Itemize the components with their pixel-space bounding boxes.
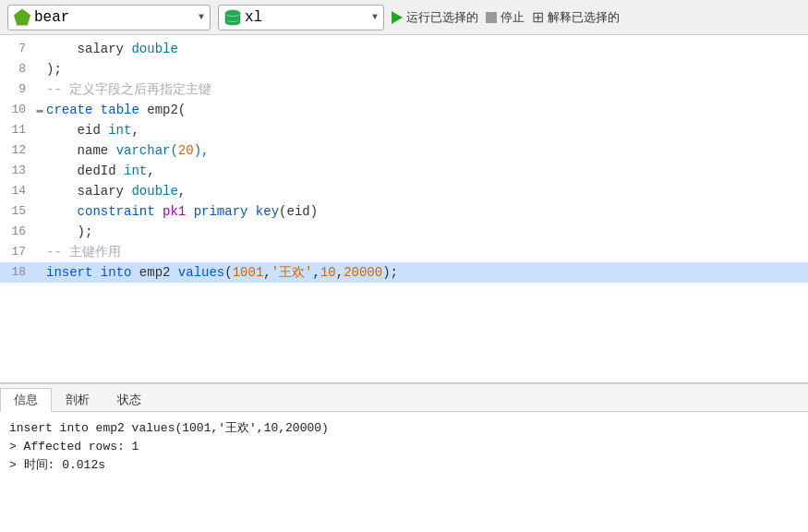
- line-content: dedId int,: [46, 161, 808, 181]
- line-content: );: [46, 59, 808, 79]
- line-content: eid int,: [46, 120, 808, 140]
- line-number: 10: [0, 100, 33, 120]
- line-number: 15: [0, 201, 33, 222]
- run-button[interactable]: 运行已选择的: [392, 9, 478, 26]
- line-number: 9: [0, 79, 33, 100]
- line-content: create table emp2(: [46, 100, 808, 120]
- code-line-16: 16 );: [0, 222, 808, 242]
- line-number: 7: [0, 39, 33, 59]
- code-editor[interactable]: 7 salary double8);9-- 定义字段之后再指定主键10▬crea…: [0, 35, 808, 384]
- line-number: 13: [0, 161, 33, 181]
- interpret-label: 解释已选择的: [548, 9, 620, 26]
- line-number: 14: [0, 181, 33, 201]
- stop-button[interactable]: 停止: [486, 9, 525, 26]
- line-number: 18: [0, 262, 33, 283]
- bottom-tab-2[interactable]: 状态: [103, 387, 155, 411]
- code-line-11: 11 eid int,: [0, 120, 808, 140]
- code-line-12: 12 name varchar(20),: [0, 140, 808, 161]
- db-icon: [224, 9, 241, 26]
- toolbar: bear ▼ xl ▼ 运行已选择的 停止 ⊞ 解释已选择的: [0, 0, 808, 35]
- bear-icon: [14, 9, 30, 26]
- code-line-9: 9-- 定义字段之后再指定主键: [0, 79, 808, 100]
- code-line-10: 10▬create table emp2(: [0, 100, 808, 120]
- line-content: salary double,: [46, 181, 808, 201]
- line-number: 11: [0, 120, 33, 140]
- bottom-tab-0[interactable]: 信息: [0, 388, 52, 412]
- line-gutter: ▬: [33, 100, 46, 120]
- bottom-content: insert into emp2 values(1001,'王欢',10,200…: [0, 412, 808, 532]
- result-line: insert into emp2 values(1001,'王欢',10,200…: [9, 419, 799, 438]
- result-line: > Affected rows: 1: [9, 438, 799, 456]
- code-line-17: 17-- 主键作用: [0, 242, 808, 262]
- line-number: 16: [0, 222, 33, 242]
- stop-icon: [486, 12, 497, 23]
- code-line-13: 13 dedId int,: [0, 161, 808, 181]
- line-number: 17: [0, 242, 33, 262]
- run-icon: [392, 11, 403, 24]
- line-content: constraint pk1 primary key(eid): [46, 201, 808, 222]
- result-line: > 时间: 0.012s: [9, 456, 799, 475]
- db-dropdown-arrow: ▼: [372, 12, 378, 22]
- connection-dropdown-arrow: ▼: [199, 12, 204, 22]
- code-line-7: 7 salary double: [0, 39, 808, 59]
- connection-select[interactable]: bear ▼: [7, 5, 211, 30]
- code-area[interactable]: 7 salary double8);9-- 定义字段之后再指定主键10▬crea…: [0, 35, 808, 382]
- code-line-14: 14 salary double,: [0, 181, 808, 201]
- line-number: 12: [0, 140, 33, 161]
- line-content: name varchar(20),: [46, 140, 808, 161]
- line-content: );: [46, 222, 808, 242]
- line-content: -- 定义字段之后再指定主键: [46, 79, 808, 100]
- line-number: 8: [0, 59, 33, 79]
- interpret-icon: ⊞: [532, 8, 544, 26]
- code-line-18: 18insert into emp2 values(1001,'王欢',10,2…: [0, 262, 808, 283]
- svg-point-0: [225, 10, 240, 16]
- bottom-panel: 信息剖析状态 insert into emp2 values(1001,'王欢'…: [0, 384, 808, 532]
- run-label: 运行已选择的: [406, 9, 478, 26]
- line-content: salary double: [46, 39, 808, 59]
- code-line-8: 8);: [0, 59, 808, 79]
- bottom-tab-1[interactable]: 剖析: [52, 387, 103, 411]
- db-select[interactable]: xl ▼: [218, 5, 384, 30]
- stop-label: 停止: [500, 9, 525, 26]
- db-label: xl: [245, 9, 262, 26]
- code-line-15: 15 constraint pk1 primary key(eid): [0, 201, 808, 222]
- line-content: -- 主键作用: [46, 242, 808, 262]
- connection-label: bear: [34, 9, 69, 26]
- interpret-button[interactable]: ⊞ 解释已选择的: [532, 8, 620, 26]
- line-content: insert into emp2 values(1001,'王欢',10,200…: [46, 262, 808, 283]
- bottom-tabs: 信息剖析状态: [0, 384, 808, 412]
